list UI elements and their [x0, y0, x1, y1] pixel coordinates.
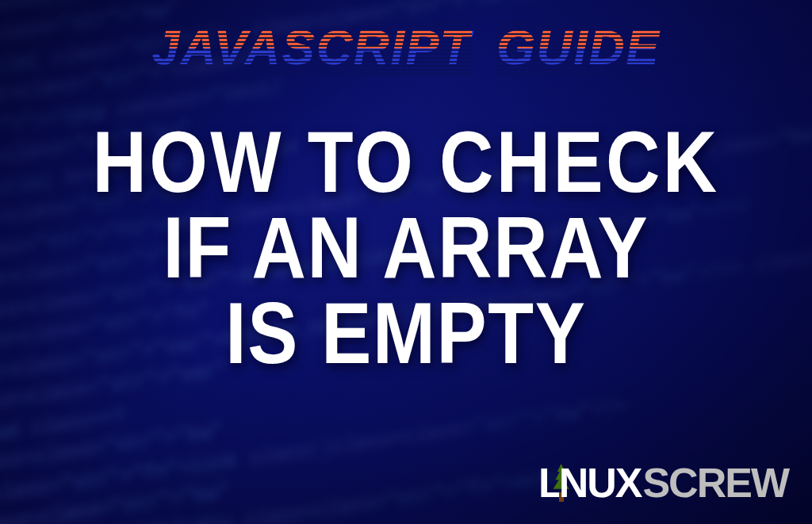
- banner-word-1: JAVASCRIPT: [151, 19, 472, 75]
- site-logo: LNUXSCREW: [538, 459, 788, 507]
- headline-line-1: HOW TO CHECK: [57, 119, 756, 205]
- hero-graphic: 18class=class="str">"kw"><?php attribute…: [0, 0, 812, 524]
- headline: HOW TO CHECK IF AN ARRAY IS EMPTY: [57, 119, 756, 375]
- headline-line-3: IS EMPTY: [57, 290, 756, 376]
- logo-part-screw: SCREW: [642, 460, 788, 506]
- logo-part-nux: NUX: [559, 460, 643, 506]
- headline-line-2: IF AN ARRAY: [57, 205, 756, 290]
- series-banner: JAVASCRIPT GUIDE: [0, 19, 812, 75]
- banner-word-2: GUIDE: [496, 19, 660, 75]
